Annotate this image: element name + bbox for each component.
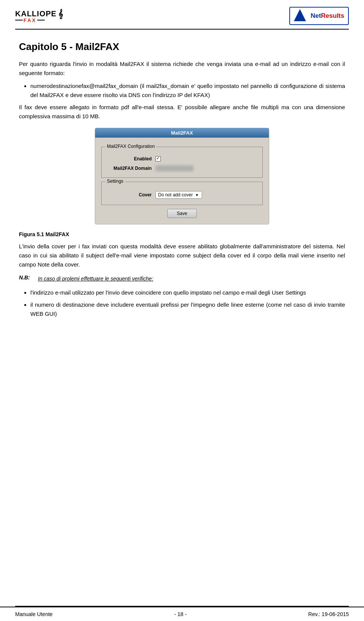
cover-row: Cover Do not add cover ▼ xyxy=(106,191,258,199)
chapter-title: Capitolo 5 - Mail2FAX xyxy=(19,41,345,53)
list-item-3: il numero di destinazione deve includere… xyxy=(30,300,345,318)
harp-icon: 𝄞 xyxy=(58,9,63,19)
figure-caption: Figura 5.1 Mail2FAX xyxy=(19,231,345,237)
bullet-list-2: l'indirizzo e-mail utilizzato per l'invi… xyxy=(30,288,345,318)
kalliope-logo: KALLIOPE 𝄞 FAX xyxy=(15,9,63,23)
domain-label: Mail2FAX Domain xyxy=(106,166,152,171)
settings-group: Settings Cover Do not add cover ▼ xyxy=(101,182,263,205)
list-item-1: numerodestinazionefax@mail2fax_domain (i… xyxy=(30,82,345,100)
enabled-checkbox[interactable] xyxy=(155,156,161,162)
cover-dropdown[interactable]: Do not add cover ▼ xyxy=(155,191,202,199)
domain-value-blurred xyxy=(155,165,193,171)
nb-section: N.B: In caso di prolemi effettuare le se… xyxy=(19,274,345,283)
config-group-mail2fax: Mail2FAX Configuration Enabled Mail2FAX … xyxy=(101,147,263,178)
bullet-list-1: numerodestinazionefax@mail2fax_domain (i… xyxy=(30,82,345,100)
intro-paragraph: Per quanto riguarda l'invio in modalità … xyxy=(19,60,345,78)
chevron-down-icon: ▼ xyxy=(195,193,199,197)
results-text: Results xyxy=(321,12,344,19)
screenshot-container: Mail2FAX Mail2FAX Configuration Enabled … xyxy=(95,128,269,224)
list-item-2: l'indirizzo e-mail utilizzato per l'invi… xyxy=(30,288,345,297)
spacer xyxy=(0,467,364,606)
nb-text: In caso di prolemi effettuare le seguent… xyxy=(38,274,153,283)
screenshot-body: Mail2FAX Configuration Enabled Mail2FAX … xyxy=(95,138,269,224)
cover-dropdown-value: Do not add cover xyxy=(158,192,193,198)
screenshot-titlebar: Mail2FAX xyxy=(95,128,269,138)
footer-left: Manuale Utente xyxy=(15,611,53,617)
domain-row: Mail2FAX Domain xyxy=(106,165,258,171)
enabled-row: Enabled xyxy=(106,156,258,162)
enabled-label: Enabled xyxy=(106,156,152,162)
paragraph-3: L'invio della cover per i fax inviati co… xyxy=(19,242,345,269)
nb-label: N.B: xyxy=(19,274,34,283)
main-content: Capitolo 5 - Mail2FAX Per quanto riguard… xyxy=(0,30,364,467)
netresults-logo: NetResults xyxy=(289,7,349,25)
footer-center: - 18 - xyxy=(174,611,187,617)
net-text: Net xyxy=(311,12,321,19)
settings-legend: Settings xyxy=(105,179,125,184)
paragraph-2: Il fax deve essere allegato in formato p… xyxy=(19,103,345,121)
fax-text: FAX xyxy=(24,17,36,23)
cover-label: Cover xyxy=(106,192,152,198)
config-group-legend: Mail2FAX Configuration xyxy=(105,144,156,149)
header: KALLIOPE 𝄞 FAX NetResults xyxy=(0,0,364,29)
footer-right: Rev.: 19-06-2015 xyxy=(308,611,349,617)
save-button[interactable]: Save xyxy=(167,209,196,218)
save-btn-row: Save xyxy=(101,209,263,218)
footer: Manuale Utente - 18 - Rev.: 19-06-2015 xyxy=(0,607,364,621)
